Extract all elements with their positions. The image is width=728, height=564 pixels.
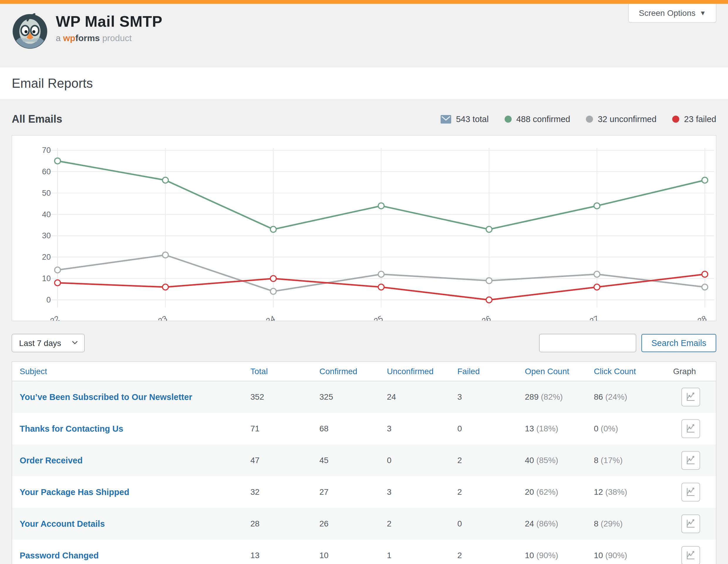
cell-unconfirmed: 1 <box>387 551 457 560</box>
line-chart-icon <box>685 486 696 498</box>
cell-failed: 2 <box>457 551 525 560</box>
cell-open-count: 24 (86%) <box>525 519 594 528</box>
email-subject-link[interactable]: Your Account Details <box>20 519 250 529</box>
cell-open-count: 10 (90%) <box>525 551 594 560</box>
emails-line-chart: 010203040506070Jan 22Jan 23Jan 24Jan 25J… <box>12 136 716 321</box>
tagline-product: product <box>102 33 132 43</box>
cell-unconfirmed: 24 <box>387 392 457 402</box>
screen-options-button[interactable]: Screen Options ▼ <box>628 4 716 23</box>
emails-chart-card: 010203040506070Jan 22Jan 23Jan 24Jan 25J… <box>12 135 716 321</box>
column-header-subject[interactable]: Subject <box>20 367 250 376</box>
legend-dot-icon <box>505 116 512 123</box>
cell-unconfirmed: 3 <box>387 424 457 433</box>
cell-failed: 0 <box>457 424 525 433</box>
cell-confirmed: 10 <box>319 551 387 560</box>
cell-graph <box>673 419 708 438</box>
legend-label: 543 total <box>456 115 488 124</box>
svg-text:10: 10 <box>42 274 51 283</box>
row-graph-button[interactable] <box>681 483 700 501</box>
search-emails-button[interactable]: Search Emails <box>641 334 716 352</box>
cell-click-count: 12 (38%) <box>594 487 673 497</box>
svg-text:Jan 23: Jan 23 <box>143 314 168 321</box>
column-header-unconfirmed[interactable]: Unconfirmed <box>387 367 457 376</box>
email-subject-link[interactable]: You’ve Been Subscribed to Our Newsletter <box>20 392 250 402</box>
cell-unconfirmed: 0 <box>387 456 457 465</box>
legend-dot-icon <box>672 116 679 123</box>
cell-unconfirmed: 3 <box>387 487 457 497</box>
pigeon-mascot-icon <box>12 13 48 50</box>
cell-click-count: 10 (90%) <box>594 551 673 560</box>
column-header-click-count[interactable]: Click Count <box>594 367 673 376</box>
table-row: Order Received47450240 (85%)8 (17%) <box>12 444 716 476</box>
svg-text:60: 60 <box>42 167 51 176</box>
legend-item-total: 543 total <box>441 115 488 124</box>
cell-click-count: 8 (29%) <box>594 519 673 528</box>
svg-text:Jan 28: Jan 28 <box>683 314 708 321</box>
table-controls-row: Last 7 days Search Emails <box>12 334 716 352</box>
email-subject-link[interactable]: Order Received <box>20 456 250 465</box>
email-subject-link[interactable]: Your Package Has Shipped <box>20 487 250 497</box>
svg-text:0: 0 <box>46 295 51 304</box>
cell-total: 32 <box>250 487 319 497</box>
section-heading-row: All Emails 543 total488 confirmed32 unco… <box>12 113 716 125</box>
table-row: You’ve Been Subscribed to Our Newsletter… <box>12 381 716 413</box>
brand-tagline: a wpforms product <box>56 33 162 43</box>
email-subject-link[interactable]: Password Changed <box>20 551 250 560</box>
svg-text:Jan 22: Jan 22 <box>35 314 60 321</box>
column-header-total[interactable]: Total <box>250 367 319 376</box>
svg-text:40: 40 <box>42 210 51 219</box>
row-graph-button[interactable] <box>681 388 700 406</box>
cell-failed: 0 <box>457 519 525 528</box>
cell-open-count: 40 (85%) <box>525 456 594 465</box>
search-input[interactable] <box>539 334 636 352</box>
cell-total: 352 <box>250 392 319 402</box>
svg-text:Jan 24: Jan 24 <box>251 314 276 321</box>
row-graph-button[interactable] <box>681 419 700 438</box>
svg-text:20: 20 <box>42 253 51 262</box>
page-title-band: Email Reports <box>0 68 728 99</box>
row-graph-button[interactable] <box>681 514 700 533</box>
cell-unconfirmed: 2 <box>387 519 457 528</box>
svg-text:Jan 26: Jan 26 <box>467 314 492 321</box>
row-graph-button[interactable] <box>681 546 700 564</box>
wp-mail-smtp-logo <box>12 13 48 50</box>
date-range-select[interactable]: Last 7 days <box>12 334 85 352</box>
cell-confirmed: 27 <box>319 487 387 497</box>
row-graph-button[interactable] <box>681 451 700 470</box>
column-header-graph: Graph <box>673 367 708 376</box>
cell-graph <box>673 514 708 533</box>
date-range-wrap: Last 7 days <box>12 334 85 352</box>
tagline-forms: forms <box>75 33 100 43</box>
legend-item-confirmed: 488 confirmed <box>505 115 570 124</box>
svg-text:70: 70 <box>42 146 51 155</box>
cell-confirmed: 26 <box>319 519 387 528</box>
svg-text:30: 30 <box>42 231 51 240</box>
svg-text:Jan 25: Jan 25 <box>359 314 384 321</box>
tagline-wp: wp <box>63 33 75 43</box>
cell-graph <box>673 388 708 406</box>
email-reports-table: SubjectTotalConfirmedUnconfirmedFailedOp… <box>12 361 716 564</box>
admin-top-bar <box>0 0 728 4</box>
cell-failed: 3 <box>457 392 525 402</box>
cell-failed: 2 <box>457 456 525 465</box>
table-header-row: SubjectTotalConfirmedUnconfirmedFailedOp… <box>12 362 716 381</box>
cell-confirmed: 68 <box>319 424 387 433</box>
legend-label: 32 unconfirmed <box>598 115 656 124</box>
line-chart-icon <box>685 423 696 435</box>
legend-label: 23 failed <box>684 115 716 124</box>
email-subject-link[interactable]: Thanks for Contacting Us <box>20 424 250 434</box>
caret-down-icon: ▼ <box>700 9 706 17</box>
column-header-open-count[interactable]: Open Count <box>525 367 594 376</box>
section-title: All Emails <box>12 113 62 125</box>
legend-item-unconfirmed: 32 unconfirmed <box>586 115 656 124</box>
table-row: Your Package Has Shipped32273220 (62%)12… <box>12 476 716 508</box>
column-header-confirmed[interactable]: Confirmed <box>319 367 387 376</box>
cell-graph <box>673 546 708 564</box>
cell-click-count: 0 (0%) <box>594 424 673 433</box>
cell-graph <box>673 483 708 501</box>
legend-dot-icon <box>586 116 593 123</box>
legend: 543 total488 confirmed32 unconfirmed23 f… <box>441 115 716 124</box>
line-chart-icon <box>685 518 696 530</box>
column-header-failed[interactable]: Failed <box>457 367 525 376</box>
cell-graph <box>673 451 708 470</box>
